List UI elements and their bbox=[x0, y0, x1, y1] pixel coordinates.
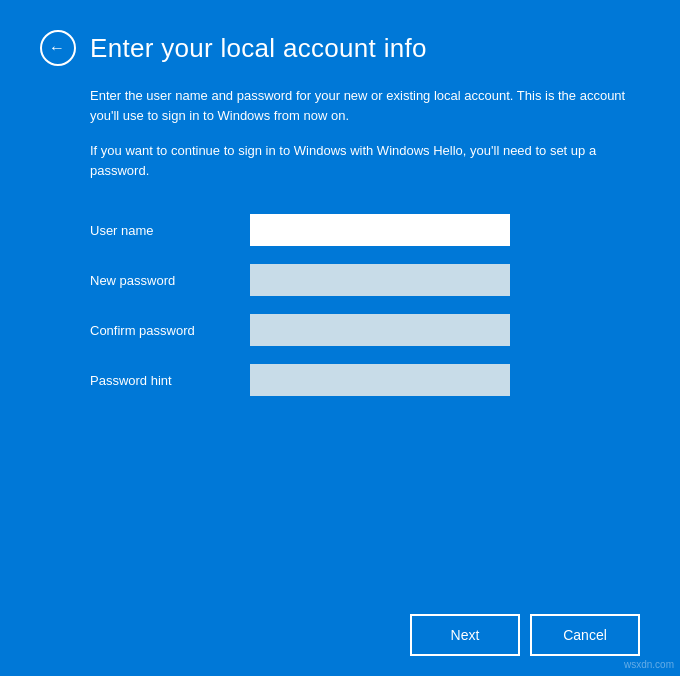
confirm-password-input[interactable] bbox=[250, 314, 510, 346]
password-hint-row: Password hint bbox=[90, 364, 640, 396]
description-block: Enter the user name and password for you… bbox=[90, 86, 640, 196]
new-password-row: New password bbox=[90, 264, 640, 296]
password-hint-label: Password hint bbox=[90, 373, 250, 388]
page-title: Enter your local account info bbox=[90, 33, 427, 64]
username-row: User name bbox=[90, 214, 640, 246]
description-paragraph2: If you want to continue to sign in to Wi… bbox=[90, 141, 640, 180]
confirm-password-row: Confirm password bbox=[90, 314, 640, 346]
cancel-button[interactable]: Cancel bbox=[530, 614, 640, 656]
watermark: wsxdn.com bbox=[624, 659, 674, 670]
footer-buttons: Next Cancel bbox=[410, 614, 640, 656]
page-container: ← Enter your local account info Enter th… bbox=[0, 0, 680, 676]
next-button[interactable]: Next bbox=[410, 614, 520, 656]
back-button[interactable]: ← bbox=[40, 30, 76, 66]
username-label: User name bbox=[90, 223, 250, 238]
username-input[interactable] bbox=[250, 214, 510, 246]
back-arrow-icon: ← bbox=[49, 40, 65, 56]
form-section: User name New password Confirm password … bbox=[90, 214, 640, 414]
new-password-input[interactable] bbox=[250, 264, 510, 296]
header: ← Enter your local account info bbox=[40, 30, 640, 66]
password-hint-input[interactable] bbox=[250, 364, 510, 396]
confirm-password-label: Confirm password bbox=[90, 323, 250, 338]
new-password-label: New password bbox=[90, 273, 250, 288]
description-paragraph1: Enter the user name and password for you… bbox=[90, 86, 640, 125]
